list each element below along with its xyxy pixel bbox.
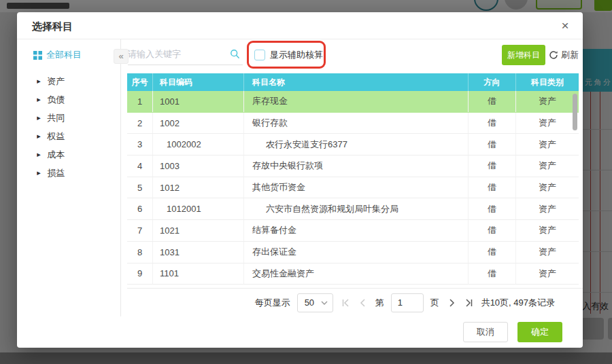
- cell-code: 1001: [152, 91, 243, 112]
- sidebar-item-2[interactable]: ▶共同: [17, 109, 120, 127]
- next-page-button[interactable]: [446, 296, 457, 310]
- cell-name: 其他货币资金: [243, 177, 468, 198]
- column-header: 科目名称: [243, 73, 468, 91]
- search-icon[interactable]: [230, 49, 240, 59]
- refresh-label: 刷新: [561, 49, 579, 61]
- cell-seq: 7: [127, 220, 152, 241]
- cell-dir: 借: [468, 220, 515, 241]
- table-scrollbar[interactable]: [573, 94, 577, 130]
- cell-name: 银行存款: [243, 113, 468, 134]
- show-auxiliary-label: 显示辅助核算: [270, 49, 323, 61]
- account-row-1012001[interactable]: 61012001六安市自然资源和规划局叶集分局借资产: [127, 198, 579, 220]
- per-page-label: 每页显示: [255, 297, 290, 309]
- sidebar-all-label: 全部科目: [46, 49, 82, 61]
- refresh-button[interactable]: 刷新: [549, 49, 579, 61]
- tree-item-label: 权益: [47, 130, 65, 143]
- cell-dir: 借: [468, 156, 515, 177]
- sidebar-item-1[interactable]: ▶负债: [17, 90, 120, 109]
- page-number-input[interactable]: [391, 293, 424, 312]
- cell-dir: 借: [468, 134, 515, 155]
- tree-expand-icon[interactable]: ▶: [37, 78, 41, 84]
- close-icon[interactable]: ×: [557, 18, 573, 34]
- chevron-down-icon: [321, 301, 328, 305]
- cell-seq: 2: [127, 113, 152, 134]
- prev-page-button[interactable]: [358, 296, 369, 310]
- cell-type: 资产: [515, 198, 579, 219]
- account-row-1003[interactable]: 41003存放中央银行款项借资产: [127, 156, 579, 177]
- cell-code: 1003: [152, 156, 243, 177]
- cell-seq: 6: [127, 198, 152, 219]
- column-header: 科目编码: [152, 73, 243, 91]
- sidebar-item-0[interactable]: ▶资产: [17, 72, 120, 90]
- cell-seq: 5: [127, 177, 152, 198]
- last-page-icon: [464, 298, 474, 308]
- cell-name: 库存现金: [243, 91, 468, 112]
- tree-item-label: 资产: [47, 75, 65, 88]
- account-row-1001[interactable]: 11001库存现金借资产: [127, 91, 579, 113]
- sidebar-item-3[interactable]: ▶权益: [17, 127, 120, 145]
- show-auxiliary-checkbox[interactable]: [254, 50, 265, 60]
- cell-dir: 借: [468, 177, 515, 198]
- cell-code: 1002002: [152, 134, 243, 155]
- last-page-button[interactable]: [464, 296, 475, 310]
- tree-expand-icon[interactable]: ▶: [37, 96, 41, 102]
- table-body: 11001库存现金借资产21002银行存款借资产31002002农行永安道支行6…: [127, 91, 579, 285]
- grid-icon: [33, 51, 42, 60]
- tree-expand-icon[interactable]: ▶: [37, 133, 41, 139]
- add-account-button[interactable]: 新增科目: [502, 45, 545, 65]
- accounts-table: 序号科目编码科目名称方向科目类别 11001库存现金借资产21002银行存款借资…: [127, 73, 579, 288]
- account-row-1101[interactable]: 91101交易性金融资产借资产: [127, 263, 579, 285]
- cell-name: 交易性金融资产: [243, 263, 468, 285]
- cell-type: 资产: [515, 263, 579, 285]
- column-header: 方向: [468, 73, 515, 91]
- account-row-1012[interactable]: 51012其他货币资金借资产: [127, 177, 579, 199]
- sidebar-item-4[interactable]: ▶成本: [17, 145, 120, 164]
- tree-item-label: 成本: [47, 149, 65, 161]
- per-page-value: 50: [305, 297, 314, 308]
- tree-expand-icon[interactable]: ▶: [37, 115, 41, 120]
- dialog-header: 选择科目 ×: [17, 12, 583, 39]
- cell-code: 1012001: [152, 198, 243, 219]
- account-row-1002[interactable]: 21002银行存款借资产: [127, 113, 579, 134]
- sidebar-item-all-accounts[interactable]: 全部科目: [17, 48, 120, 62]
- tree-expand-icon[interactable]: ▶: [37, 151, 41, 157]
- refresh-icon: [549, 50, 558, 60]
- cell-dir: 借: [468, 198, 515, 219]
- account-row-1002002[interactable]: 31002002农行永安道支行6377借资产: [127, 134, 579, 156]
- account-row-1021[interactable]: 71021结算备付金借资产: [127, 220, 579, 242]
- pagination-bar: 每页显示 50 第: [127, 288, 583, 316]
- select-account-dialog: 选择科目 × 全部科目 « ▶资产▶负债▶共同▶权益▶成本▶损益: [17, 12, 583, 348]
- search-input[interactable]: [128, 43, 223, 64]
- show-auxiliary-checkbox-row: 显示辅助核算: [254, 49, 323, 61]
- cell-type: 资产: [515, 134, 579, 155]
- chevron-right-icon: [447, 298, 456, 308]
- confirm-button[interactable]: 确定: [517, 322, 562, 342]
- cell-dir: 借: [468, 242, 515, 263]
- cell-dir: 借: [468, 113, 515, 134]
- sidebar-item-5[interactable]: ▶损益: [17, 164, 120, 182]
- table-header-row: 序号科目编码科目名称方向科目类别: [127, 73, 579, 91]
- sidebar-collapse-button[interactable]: «: [114, 49, 129, 64]
- cell-type: 资产: [515, 91, 579, 112]
- cell-seq: 1: [127, 91, 152, 112]
- account-row-1031[interactable]: 81031存出保证金借资产: [127, 242, 579, 263]
- account-category-sidebar: 全部科目 « ▶资产▶负债▶共同▶权益▶成本▶损益: [17, 39, 121, 316]
- cancel-button[interactable]: 取消: [463, 322, 508, 342]
- cell-name: 存放中央银行款项: [243, 156, 468, 177]
- cell-seq: 9: [127, 263, 152, 285]
- chevron-left-icon: [358, 298, 368, 308]
- cell-type: 资产: [515, 177, 579, 198]
- page-prefix-label: 第: [375, 297, 384, 309]
- cell-name: 六安市自然资源和规划局叶集分局: [243, 198, 468, 219]
- cell-dir: 借: [468, 263, 515, 285]
- cell-code: 1012: [152, 177, 243, 198]
- account-category-tree: ▶资产▶负债▶共同▶权益▶成本▶损益: [17, 72, 120, 182]
- cell-seq: 4: [127, 156, 152, 177]
- cell-dir: 借: [468, 91, 515, 112]
- cell-seq: 3: [127, 134, 152, 155]
- cell-name: 结算备付金: [243, 220, 468, 241]
- first-page-button[interactable]: [340, 296, 351, 310]
- tree-expand-icon[interactable]: ▶: [37, 170, 41, 175]
- per-page-select[interactable]: 50: [297, 293, 333, 312]
- cell-name: 存出保证金: [243, 242, 468, 263]
